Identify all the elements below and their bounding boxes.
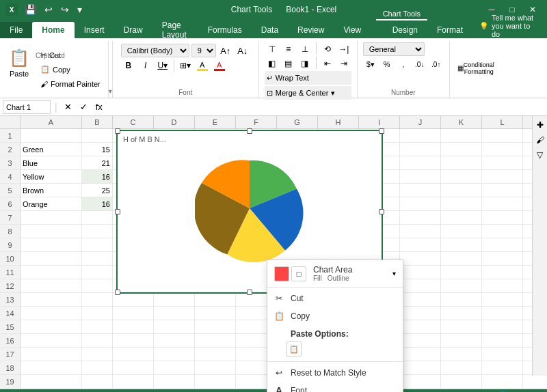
redo-quick-button[interactable]: ↪: [58, 3, 72, 16]
cell-1-12[interactable]: [82, 279, 113, 293]
cell-b4[interactable]: 16: [82, 170, 113, 184]
cell-2-18[interactable]: [113, 361, 154, 375]
cell-0-11[interactable]: [21, 266, 82, 279]
increase-decimal-button[interactable]: .0↑: [429, 57, 444, 71]
cell-9-10[interactable]: [400, 252, 441, 266]
cell-0-13[interactable]: [21, 293, 82, 307]
sidebar-brush-button[interactable]: 🖌: [534, 134, 546, 146]
align-center-button[interactable]: ▤: [281, 57, 296, 70]
align-left-button[interactable]: ◧: [265, 57, 280, 70]
indent-button[interactable]: →|: [336, 42, 351, 56]
cell-0-20[interactable]: [21, 389, 82, 389]
format-painter-button[interactable]: 🖌 Format Painter: [37, 77, 104, 91]
cell-1-11[interactable]: [82, 266, 113, 279]
cell-9-13[interactable]: [400, 293, 441, 307]
cell-0-17[interactable]: [21, 348, 82, 361]
tab-view[interactable]: View: [334, 22, 371, 38]
cell-0-16[interactable]: [21, 334, 82, 348]
cell-11-18[interactable]: [482, 361, 523, 375]
align-top-button[interactable]: ⊤: [265, 42, 280, 56]
cell-4-15[interactable]: [195, 320, 236, 334]
font-name-select[interactable]: Calibri (Body): [121, 44, 189, 57]
save-quick-button[interactable]: 💾: [22, 3, 39, 16]
tab-data[interactable]: Data: [252, 22, 288, 38]
cell-2-15[interactable]: [113, 320, 154, 334]
italic-button[interactable]: I: [138, 59, 153, 72]
cell-10-10[interactable]: [441, 252, 482, 266]
cell-11-13[interactable]: [482, 293, 523, 307]
cell-3-15[interactable]: [154, 320, 195, 334]
cancel-formula-button[interactable]: ✕: [62, 100, 75, 113]
cell-k6[interactable]: [441, 197, 482, 211]
cell-j5[interactable]: [400, 184, 441, 197]
cell-0-14[interactable]: [21, 307, 82, 320]
cell-4-14[interactable]: [195, 307, 236, 320]
cell-10-13[interactable]: [441, 293, 482, 307]
cell-9-16[interactable]: [400, 334, 441, 348]
tab-file[interactable]: File: [0, 22, 32, 38]
cell-3-18[interactable]: [154, 361, 195, 375]
cell-3-19[interactable]: [154, 375, 195, 389]
cell-9-14[interactable]: [400, 307, 441, 320]
cell-9-18[interactable]: [400, 361, 441, 375]
tab-home[interactable]: Home: [32, 22, 74, 38]
cell-11-12[interactable]: [482, 279, 523, 293]
cell-10-19[interactable]: [441, 375, 482, 389]
font-size-select[interactable]: 9 10 11 12: [191, 44, 216, 57]
cell-3-13[interactable]: [154, 293, 195, 307]
col-header-e[interactable]: E: [195, 116, 236, 128]
align-middle-button[interactable]: ≡: [281, 42, 296, 56]
cell-11-14[interactable]: [482, 307, 523, 320]
col-header-j[interactable]: J: [400, 116, 441, 128]
cell-9-12[interactable]: [400, 279, 441, 293]
tab-page-layout[interactable]: Page Layout: [152, 22, 198, 38]
cell-3-20[interactable]: [154, 389, 195, 389]
col-header-g[interactable]: G: [277, 116, 318, 128]
cell-9-17[interactable]: [400, 348, 441, 361]
cell-j1[interactable]: [400, 129, 441, 143]
col-header-h[interactable]: H: [318, 116, 359, 128]
cell-1-7[interactable]: [82, 211, 113, 225]
cell-10-20[interactable]: [441, 389, 482, 389]
cell-a5[interactable]: Brown: [21, 184, 82, 197]
cell-1-19[interactable]: [82, 375, 113, 389]
col-header-k[interactable]: K: [441, 116, 482, 128]
name-box[interactable]: [3, 100, 51, 114]
cell-j6[interactable]: [400, 197, 441, 211]
undo-quick-button[interactable]: ↩: [42, 3, 55, 16]
paste-button[interactable]: 📋 Paste: [4, 42, 34, 83]
cell-11-16[interactable]: [482, 334, 523, 348]
font-color-button[interactable]: A: [212, 59, 227, 72]
decrease-font-button[interactable]: A↓: [235, 44, 250, 57]
copy-button[interactable]: 📋 Copy: [37, 63, 104, 76]
cell-11-9[interactable]: [482, 238, 523, 252]
cell-10-12[interactable]: [441, 279, 482, 293]
cell-a6[interactable]: Orange: [21, 197, 82, 211]
col-header-b[interactable]: B: [82, 116, 113, 128]
cell-a2[interactable]: Green: [21, 143, 82, 156]
cell-11-11[interactable]: [482, 266, 523, 279]
underline-button[interactable]: U▾: [155, 59, 170, 72]
cell-l3[interactable]: [482, 156, 523, 170]
tab-formulas[interactable]: Formulas: [198, 22, 252, 38]
context-cut[interactable]: ✂ Cut: [267, 290, 403, 307]
conditional-format-button[interactable]: ▦ConditionalFormatting: [455, 53, 496, 83]
cell-b5[interactable]: 25: [82, 184, 113, 197]
cell-4-16[interactable]: [195, 334, 236, 348]
cell-9-8[interactable]: [400, 225, 441, 238]
increase-indent-button[interactable]: ⇥: [336, 57, 351, 70]
col-header-a[interactable]: A: [21, 116, 82, 128]
cell-11-20[interactable]: [482, 389, 523, 389]
more-quick-button[interactable]: ▾: [75, 3, 85, 16]
cell-1-18[interactable]: [82, 361, 113, 375]
cell-10-11[interactable]: [441, 266, 482, 279]
formula-input[interactable]: [108, 101, 544, 113]
cell-2-13[interactable]: [113, 293, 154, 307]
insert-function-button[interactable]: fx: [93, 100, 105, 113]
cell-11-7[interactable]: [482, 211, 523, 225]
cell-1-10[interactable]: [82, 252, 113, 266]
cell-b2[interactable]: 15: [82, 143, 113, 156]
decrease-indent-button[interactable]: ⇤: [320, 57, 335, 70]
cell-0-8[interactable]: [21, 225, 82, 238]
cell-9-15[interactable]: [400, 320, 441, 334]
